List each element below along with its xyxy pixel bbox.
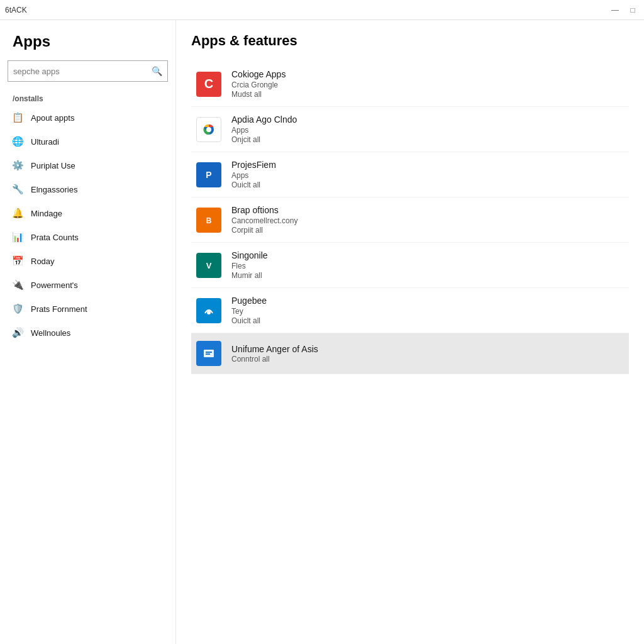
- app-icon: V: [196, 253, 221, 278]
- app-publisher: Tey: [231, 307, 624, 316]
- main-layout: Apps 🔍 /onstalls 📋 Apout appts 🌐 Ulturad…: [0, 20, 644, 644]
- app-size: Mudst all: [231, 90, 624, 99]
- titlebar-controls: — □: [609, 4, 639, 16]
- app-name: Brap oftions: [231, 205, 624, 215]
- minimize-button[interactable]: —: [609, 4, 621, 16]
- titlebar: 6tACK — □: [0, 0, 644, 20]
- sidebar-item-label: Roday: [31, 257, 55, 266]
- app-item[interactable]: CCokioge AppsCrcia GrongleMudst all: [191, 62, 629, 107]
- app-item[interactable]: Apdia Ago ClndoAppsOnjcit all: [191, 107, 629, 152]
- app-publisher: Apps: [231, 171, 624, 180]
- app-info: Cokioge AppsCrcia GrongleMudst all: [231, 69, 624, 99]
- sidebar-item-puriplat-use[interactable]: ⚙️ Puriplat Use: [0, 153, 175, 177]
- sidebar-item-label: Ulturadi: [31, 137, 59, 147]
- app-size: Conntrol all: [231, 355, 624, 364]
- content-title: Apps & features: [191, 33, 629, 49]
- app-name: Pugebee: [231, 296, 624, 306]
- sidebar-item-label: Apout appts: [31, 113, 74, 123]
- sidebar-item-elngassories[interactable]: 🔧 Elngassories: [0, 177, 175, 201]
- app-name: Apdia Ago Clndo: [231, 114, 624, 125]
- sidebar-section-label: /onstalls: [0, 89, 175, 106]
- app-icon: C: [196, 72, 221, 97]
- app-icon: P: [196, 162, 221, 187]
- app-info: SingonileFlesMumir all: [231, 250, 624, 280]
- sidebar-item-label: Elngassories: [31, 185, 77, 194]
- search-icon[interactable]: 🔍: [152, 66, 162, 76]
- wellnoules-icon: 🔊: [12, 327, 23, 338]
- sidebar-item-mindage[interactable]: 🔔 Mindage: [0, 201, 175, 225]
- app-info: Apdia Ago ClndoAppsOnjcit all: [231, 114, 624, 144]
- prata-icon: 📊: [12, 231, 23, 243]
- sidebar-item-roday[interactable]: 📅 Roday: [0, 249, 175, 273]
- svg-point-10: [207, 311, 211, 314]
- app-publisher: Fles: [231, 262, 624, 270]
- app-item[interactable]: PugebeeTeyOuiclt all: [191, 288, 629, 333]
- app-info: Unifume Anger of AsisConntrol all: [231, 344, 624, 364]
- app-size: Onjcit all: [231, 135, 624, 144]
- app-item[interactable]: V SingonileFlesMumir all: [191, 243, 629, 288]
- sidebar-item-label: Wellnoules: [31, 328, 70, 338]
- app-info: Brap oftionsCancomellrect.conyCorpiit al…: [231, 205, 624, 235]
- app-icon: [196, 117, 221, 142]
- sidebar-header: Apps: [0, 25, 175, 60]
- app-item[interactable]: B Brap oftionsCancomellrect.conyCorpiit …: [191, 197, 629, 243]
- sidebar-item-label: Mindage: [31, 209, 62, 218]
- svg-point-2: [206, 127, 211, 132]
- prats-icon: 🛡️: [12, 303, 23, 314]
- app-publisher: Apps: [231, 126, 624, 135]
- svg-rect-14: [206, 353, 210, 355]
- mindage-icon: 🔔: [12, 208, 23, 219]
- ultrardi-icon: 🌐: [12, 136, 23, 147]
- app-size: Ouiclt all: [231, 180, 624, 189]
- elngassories-icon: 🔧: [12, 184, 23, 195]
- sidebar: Apps 🔍 /onstalls 📋 Apout appts 🌐 Ulturad…: [0, 20, 176, 644]
- app-icon: B: [196, 208, 221, 233]
- app-publisher: Crcia Grongle: [231, 80, 624, 89]
- sidebar-item-about-apps[interactable]: 📋 Apout appts: [0, 106, 175, 130]
- svg-text:B: B: [206, 216, 212, 225]
- sidebar-item-label: Prata Counts: [31, 233, 79, 242]
- app-icon: [196, 298, 221, 323]
- sidebar-item-wellnoules[interactable]: 🔊 Wellnoules: [0, 321, 175, 345]
- puriplat-icon: ⚙️: [12, 160, 23, 171]
- app-item[interactable]: Unifume Anger of AsisConntrol all: [191, 333, 629, 374]
- maximize-button[interactable]: □: [626, 4, 639, 16]
- app-icon: [196, 341, 221, 366]
- roday-icon: 📅: [12, 255, 23, 267]
- app-name: ProjesFiem: [231, 160, 624, 170]
- sidebar-item-label: Powerment's: [31, 280, 78, 290]
- about-apps-icon: 📋: [12, 112, 23, 123]
- titlebar-title: 6tACK: [5, 6, 27, 14]
- svg-text:V: V: [206, 261, 212, 270]
- sidebar-item-powerments[interactable]: 🔌 Powerment's: [0, 273, 175, 297]
- app-size: Corpiit all: [231, 226, 624, 235]
- svg-rect-13: [206, 352, 212, 353]
- app-size: Mumir all: [231, 271, 624, 280]
- app-name: Singonile: [231, 250, 624, 260]
- app-publisher: Cancomellrect.cony: [231, 216, 624, 225]
- app-name: Cokioge Apps: [231, 69, 624, 79]
- sidebar-item-label: Puriplat Use: [31, 161, 75, 170]
- powerments-icon: 🔌: [12, 279, 23, 291]
- app-name: Unifume Anger of Asis: [231, 344, 624, 354]
- search-box[interactable]: 🔍: [8, 60, 168, 82]
- app-info: ProjesFiemAppsOuiclt all: [231, 160, 624, 189]
- svg-text:P: P: [206, 170, 211, 180]
- sidebar-item-ultrardi[interactable]: 🌐 Ulturadi: [0, 130, 175, 153]
- sidebar-item-prats-fornment[interactable]: 🛡️ Prats Fornment: [0, 297, 175, 321]
- sidebar-item-prata-counts[interactable]: 📊 Prata Counts: [0, 225, 175, 249]
- content-area: Apps & features CCokioge AppsCrcia Grong…: [176, 20, 644, 644]
- app-info: PugebeeTeyOuiclt all: [231, 296, 624, 325]
- app-list: CCokioge AppsCrcia GrongleMudst all Apdi…: [191, 62, 629, 374]
- app-item[interactable]: P ProjesFiemAppsOuiclt all: [191, 152, 629, 197]
- app-size: Ouiclt all: [231, 316, 624, 325]
- search-input[interactable]: [13, 67, 152, 76]
- sidebar-item-label: Prats Fornment: [31, 304, 87, 314]
